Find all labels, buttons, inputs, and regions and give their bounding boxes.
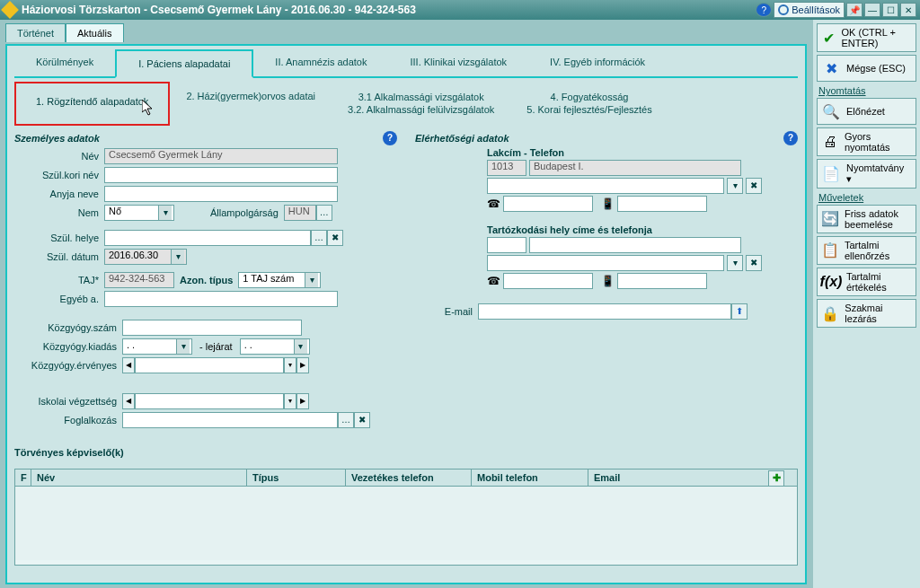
- school-prev-button[interactable]: ◀: [122, 393, 135, 409]
- kozgy-valid-prev-button[interactable]: ◀: [122, 357, 135, 373]
- tab-anamnesis[interactable]: II. Anamnézis adatok: [253, 49, 388, 76]
- birthplace-input[interactable]: [104, 230, 311, 246]
- school-input[interactable]: [135, 393, 284, 409]
- kozgy-num-input[interactable]: [122, 320, 302, 336]
- job-clear-button[interactable]: ✖: [354, 412, 370, 428]
- name-input[interactable]: Csecsemő Gyermek Lány: [104, 148, 338, 164]
- landline1-input[interactable]: [503, 196, 593, 212]
- tab-other-info[interactable]: IV. Egyéb információk: [528, 49, 667, 76]
- preview-button[interactable]: 🔍 Előnézet: [817, 98, 916, 125]
- school-dropdown-button[interactable]: ▾: [284, 393, 296, 409]
- addr-dropdown-button[interactable]: ▾: [727, 178, 743, 194]
- city-input[interactable]: Budapest I.: [529, 160, 741, 176]
- tab-history[interactable]: Történet: [5, 23, 66, 42]
- help-icon[interactable]: ?: [383, 131, 397, 145]
- col-name[interactable]: Név: [31, 470, 247, 486]
- kozgy-exp-input[interactable]: . .: [240, 338, 310, 355]
- street-input[interactable]: [487, 178, 724, 194]
- kozgy-valid-dropdown-button[interactable]: ▾: [284, 357, 296, 373]
- taj-input[interactable]: 942-324-563: [104, 272, 174, 288]
- maximize-button[interactable]: ☐: [882, 3, 898, 17]
- kozgy-valid-next-button[interactable]: ▶: [296, 357, 309, 373]
- name-label: Név: [14, 151, 104, 162]
- landline2-input[interactable]: [503, 273, 593, 289]
- close-button[interactable]: ✕: [900, 3, 916, 17]
- col-mobile[interactable]: Mobil telefon: [472, 470, 588, 486]
- quickprint-button[interactable]: 🖨 Gyors nyomtatás: [817, 127, 916, 156]
- job-input[interactable]: [122, 412, 338, 428]
- settings-label: Beállítások: [792, 4, 840, 15]
- subtab-fitness[interactable]: 3.1 Alkalmassági vizsgálatok3.2. Alkalma…: [332, 82, 510, 126]
- mobile-icon: 📱: [601, 197, 615, 210]
- email-input[interactable]: [478, 303, 731, 320]
- birthplace-lookup-button[interactable]: …: [311, 230, 327, 246]
- school-next-button[interactable]: ▶: [296, 393, 309, 409]
- stay-addr-dropdown-button[interactable]: ▾: [727, 255, 743, 271]
- cancel-button[interactable]: ✖ Mégse (ESC): [817, 55, 916, 82]
- top-tabs: Történet Aktuális: [5, 23, 807, 42]
- birthdate-label: Szül. dátum: [14, 251, 104, 262]
- help-button[interactable]: ?: [756, 3, 772, 17]
- form-icon: 📄: [821, 163, 841, 183]
- kozgy-issue-input[interactable]: . .: [122, 338, 192, 355]
- subtab-disability[interactable]: 4. Fogyatékosság5. Korai fejlesztés/Fejl…: [510, 82, 668, 126]
- quickprint-label: Gyors nyomtatás: [845, 131, 912, 153]
- col-email[interactable]: Email: [588, 470, 797, 486]
- minimize-button[interactable]: —: [864, 3, 880, 17]
- tab-clinical[interactable]: III. Klinikai vizsgálatok: [388, 49, 528, 76]
- subtab-basic-data[interactable]: 1. Rögzítendő alapadatok: [14, 82, 170, 126]
- email-send-button[interactable]: ⬆: [731, 303, 748, 320]
- stay-street-input[interactable]: [487, 255, 724, 271]
- help-icon[interactable]: ?: [783, 131, 798, 145]
- mother-label: Anyja neve: [14, 189, 104, 199]
- birthname-input[interactable]: [104, 167, 338, 183]
- birthplace-clear-button[interactable]: ✖: [327, 230, 343, 246]
- form-button[interactable]: 📄 Nyomtatvány ▾: [817, 159, 916, 188]
- fx-icon: f(x): [821, 272, 841, 292]
- contenteval-button[interactable]: f(x) Tartalmi értékelés: [817, 268, 916, 296]
- window-title: Háziorvosi Törzskarton - Csecsemő Gyerme…: [22, 4, 756, 16]
- gear-icon: [778, 4, 789, 15]
- ok-button[interactable]: ✔ OK (CTRL + ENTER): [817, 23, 916, 52]
- mobile1-input[interactable]: [617, 196, 707, 212]
- tab-circumstances[interactable]: Körülmények: [14, 49, 115, 76]
- citizenship-input[interactable]: HUN: [284, 205, 316, 221]
- pin-button[interactable]: 📌: [846, 3, 862, 17]
- stay-zip-input[interactable]: [487, 237, 526, 253]
- mobile2-input[interactable]: [617, 273, 707, 289]
- lock-button[interactable]: 🔒 Szakmai lezárás: [817, 299, 916, 328]
- sex-select[interactable]: Nő: [104, 205, 174, 221]
- check-icon: ✔: [821, 28, 836, 48]
- col-type[interactable]: Típus: [247, 470, 346, 486]
- subtab-gp-data[interactable]: 2. Házi(gyermek)orvos adatai: [170, 82, 332, 126]
- lock-label: Szakmai lezárás: [845, 303, 912, 324]
- mother-input[interactable]: [104, 186, 338, 202]
- col-f[interactable]: F: [15, 470, 31, 486]
- tab-current[interactable]: Aktuális: [66, 23, 124, 42]
- guardians-body[interactable]: [15, 487, 797, 560]
- settings-button[interactable]: Beállítások: [774, 2, 845, 18]
- zip-input[interactable]: 1013: [487, 160, 526, 176]
- idtype-select[interactable]: 1 TAJ szám: [238, 272, 321, 288]
- subtab-fitness-b: 3.2. Alkalmassági felülvizsgálatok: [348, 103, 494, 116]
- stay-addr-header: Tartózkodási hely címe és telefonja: [487, 224, 798, 235]
- cross-icon: ✖: [821, 58, 841, 78]
- phone-icon: ☎: [487, 197, 500, 210]
- otherid-input[interactable]: [104, 291, 338, 307]
- birthdate-input[interactable]: 2016.06.30: [104, 249, 187, 265]
- birthname-label: Szül.kori név: [14, 170, 104, 180]
- contentcheck-button[interactable]: 📋 Tartalmi ellenőrzés: [817, 236, 916, 265]
- addr-clear-button[interactable]: ✖: [746, 178, 762, 194]
- stay-city-input[interactable]: [529, 237, 741, 253]
- citizenship-lookup-button[interactable]: …: [316, 205, 332, 221]
- subtab-basic-data-label: 1. Rögzítendő alapadatok: [36, 96, 148, 107]
- tab-patient-data[interactable]: I. Páciens alapadatai: [115, 49, 253, 78]
- add-guardian-button[interactable]: ✚: [768, 470, 784, 487]
- kozgy-valid-input[interactable]: [135, 357, 284, 373]
- stay-addr-clear-button[interactable]: ✖: [746, 255, 762, 271]
- refresh-button[interactable]: 🔄 Friss adatok beemelése: [817, 205, 916, 233]
- subtab-disability-a: 4. Fogyatékosság: [526, 91, 651, 103]
- col-landline[interactable]: Vezetékes telefon: [346, 470, 472, 486]
- job-lookup-button[interactable]: …: [338, 412, 354, 428]
- personal-section-title: Személyes adatok ?: [14, 131, 397, 145]
